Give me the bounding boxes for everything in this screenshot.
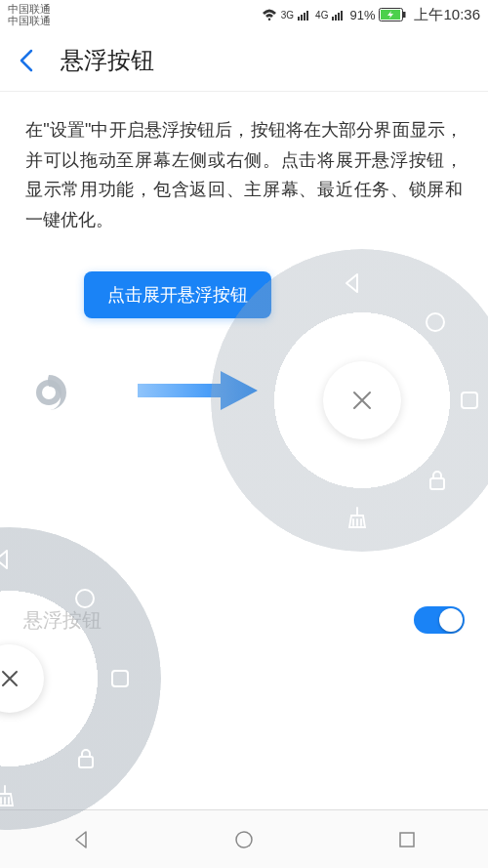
illustration: 点击展开悬浮按钮 xyxy=(25,264,463,557)
signal-1-icon xyxy=(298,9,311,21)
svg-rect-17 xyxy=(79,757,93,767)
back-button[interactable] xyxy=(12,46,41,75)
svg-point-18 xyxy=(236,832,252,847)
svg-rect-10 xyxy=(403,12,406,18)
nav-recent-action[interactable] xyxy=(105,664,135,693)
svg-rect-1 xyxy=(301,15,303,21)
svg-rect-13 xyxy=(462,393,477,408)
broom-icon xyxy=(343,503,372,532)
collapsed-float-icon xyxy=(25,369,72,416)
svg-rect-2 xyxy=(304,13,305,21)
wifi-icon xyxy=(262,8,277,21)
svg-rect-16 xyxy=(112,671,128,686)
status-bar: 中国联通 中国联通 3G 4G 91% 上午10:36 xyxy=(0,0,488,29)
carrier-2: 中国联通 xyxy=(8,15,51,26)
switch-knob xyxy=(439,608,463,632)
lock-icon xyxy=(423,466,452,495)
back-triangle-icon xyxy=(338,269,367,298)
svg-rect-3 xyxy=(306,11,308,21)
net-4g: 4G xyxy=(315,10,328,21)
svg-point-15 xyxy=(76,590,94,607)
clock: 上午10:36 xyxy=(414,6,480,24)
header: 悬浮按钮 xyxy=(0,29,488,92)
circle-icon xyxy=(421,308,450,337)
nav-lock-action[interactable] xyxy=(71,744,101,773)
svg-point-12 xyxy=(427,313,444,331)
square-icon xyxy=(455,386,484,415)
svg-rect-19 xyxy=(400,833,414,847)
description-text: 在"设置"中开启悬浮按钮后，按钮将在大部分界面显示，并可以拖动至屏幕左侧或右侧。… xyxy=(25,115,463,234)
status-right: 3G 4G 91% 上午10:36 xyxy=(262,6,480,24)
carrier-1: 中国联通 xyxy=(8,3,51,15)
radial-center-close xyxy=(323,361,401,439)
nav-optimize-action[interactable] xyxy=(0,781,20,810)
nav-back-action[interactable] xyxy=(0,545,17,574)
net-3g: 3G xyxy=(281,10,294,21)
radial-menu-illustration xyxy=(211,249,488,552)
nav-home-action[interactable] xyxy=(70,584,100,613)
floating-button-toggle[interactable] xyxy=(414,606,465,634)
svg-point-11 xyxy=(39,383,59,402)
nav-home-button[interactable] xyxy=(228,824,260,855)
floating-button-expanded[interactable] xyxy=(0,527,161,830)
svg-rect-4 xyxy=(332,17,334,21)
svg-rect-14 xyxy=(430,478,444,489)
signal-2-icon xyxy=(332,9,346,21)
battery-pct: 91% xyxy=(349,8,375,22)
carrier-labels: 中国联通 中国联通 xyxy=(8,3,51,26)
nav-recent-button[interactable] xyxy=(391,824,423,855)
content: 在"设置"中开启悬浮按钮后，按钮将在大部分界面显示，并可以拖动至屏幕左侧或右侧。… xyxy=(0,92,488,557)
battery-icon xyxy=(379,8,406,21)
svg-rect-7 xyxy=(341,11,343,21)
svg-rect-0 xyxy=(298,17,300,21)
svg-rect-6 xyxy=(338,13,340,21)
page-title: 悬浮按钮 xyxy=(61,45,154,76)
svg-rect-5 xyxy=(335,15,337,21)
